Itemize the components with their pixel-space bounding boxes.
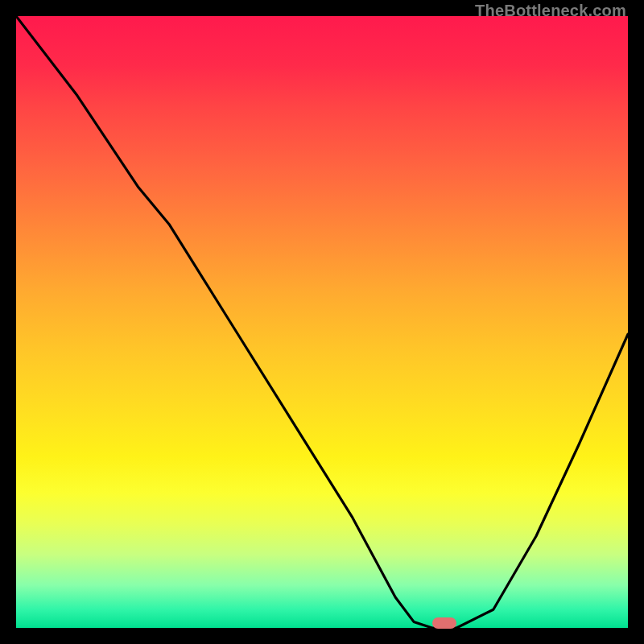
watermark-text: TheBottleneck.com bbox=[475, 2, 626, 20]
optimal-point-marker bbox=[432, 617, 456, 629]
bottleneck-chart: TheBottleneck.com bbox=[0, 0, 644, 644]
curve-layer bbox=[16, 16, 628, 628]
bottleneck-curve-path bbox=[16, 16, 628, 628]
